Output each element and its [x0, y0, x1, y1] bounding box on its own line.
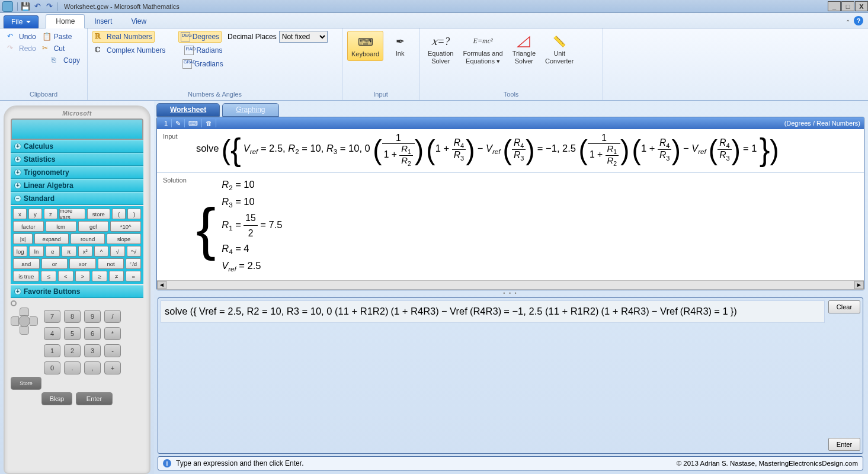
hk-6[interactable]: 6: [84, 327, 101, 340]
key-xor[interactable]: xor: [69, 258, 96, 269]
hk-store[interactable]: Store: [11, 377, 41, 390]
minimize-button[interactable]: _: [828, 1, 841, 11]
hk-0[interactable]: 0: [44, 361, 60, 374]
qat-undo-icon[interactable]: ↶: [33, 2, 42, 11]
hk-sub[interactable]: -: [104, 344, 121, 357]
unit-converter-button[interactable]: 📏 Unit Converter: [542, 31, 577, 67]
key-round[interactable]: round: [71, 233, 105, 244]
hk-bksp[interactable]: Bksp: [41, 392, 72, 405]
key-eq[interactable]: =: [126, 271, 141, 281]
key-pi[interactable]: π: [62, 246, 76, 257]
file-menu[interactable]: File: [4, 15, 39, 28]
key-abs[interactable]: |x|: [13, 233, 33, 244]
copy-button[interactable]: Copy: [49, 55, 82, 66]
hk-3[interactable]: 3: [84, 344, 101, 357]
gradians-button[interactable]: GRADGradians: [180, 58, 226, 70]
key-not[interactable]: not: [98, 258, 124, 269]
key-frac[interactable]: ᶜ/d: [126, 258, 141, 269]
real-numbers-button[interactable]: ℝReal Numbers: [92, 31, 155, 43]
redo-button[interactable]: Redo: [5, 43, 39, 55]
hk-8[interactable]: 8: [64, 310, 81, 323]
degrees-button[interactable]: DEGDegrees: [178, 31, 222, 43]
hk-div[interactable]: /: [104, 310, 121, 323]
tab-worksheet[interactable]: Worksheet: [156, 103, 220, 117]
key-factor[interactable]: factor: [13, 221, 44, 232]
clear-button[interactable]: Clear: [828, 300, 860, 313]
key-istrue[interactable]: is true: [13, 271, 39, 281]
cat-linear-algebra[interactable]: +Linear Algebra: [11, 179, 143, 192]
key-slope[interactable]: slope: [107, 233, 141, 244]
key-lparen[interactable]: (: [112, 209, 126, 219]
undo-button[interactable]: Undo: [5, 31, 39, 43]
keyboard-small-icon[interactable]: ⌨: [185, 119, 202, 127]
key-lt[interactable]: <: [58, 271, 73, 281]
key-e[interactable]: e: [46, 246, 60, 257]
cat-trigonometry[interactable]: +Trigonometry: [11, 166, 143, 179]
delete-icon[interactable]: 🗑: [202, 119, 216, 127]
key-sq[interactable]: x²: [78, 246, 92, 257]
tab-view[interactable]: View: [121, 15, 156, 28]
ink-button[interactable]: ✒ Ink: [387, 31, 413, 61]
expression-input[interactable]: solve ({ Vref = 2.5, R2 = 10, R3 = 10, 0…: [161, 300, 825, 323]
cut-button[interactable]: Cut: [40, 43, 68, 55]
hk-4[interactable]: 4: [44, 327, 60, 340]
tab-home[interactable]: Home: [46, 14, 85, 28]
edit-icon[interactable]: ✎: [172, 119, 185, 127]
power-icon[interactable]: [11, 300, 17, 306]
qat-redo-icon[interactable]: ↷: [44, 2, 54, 11]
key-y[interactable]: y: [28, 209, 42, 219]
enter-button[interactable]: Enter: [828, 438, 860, 451]
hk-dot[interactable]: .: [64, 361, 81, 374]
key-gcf[interactable]: gcf: [78, 221, 109, 232]
hk-mul[interactable]: *: [104, 327, 121, 340]
key-nroot[interactable]: ⁿ√: [127, 246, 141, 257]
key-pow10[interactable]: *10^: [110, 221, 141, 232]
cat-favorites[interactable]: +Favorite Buttons: [11, 285, 143, 298]
maximize-button[interactable]: □: [841, 1, 854, 11]
dpad[interactable]: [11, 308, 38, 335]
hk-1[interactable]: 1: [44, 344, 60, 357]
cat-statistics[interactable]: +Statistics: [11, 153, 143, 166]
key-x[interactable]: x: [13, 209, 27, 219]
key-lcm[interactable]: lcm: [46, 221, 76, 232]
key-gt[interactable]: >: [75, 271, 91, 281]
hk-7[interactable]: 7: [44, 310, 60, 323]
h-scrollbar[interactable]: ◄►: [157, 280, 864, 290]
history-index[interactable]: 1: [161, 119, 172, 127]
complex-numbers-button[interactable]: ℂComplex Numbers: [92, 44, 168, 56]
key-store[interactable]: store: [87, 209, 111, 219]
hk-2[interactable]: 2: [64, 344, 81, 357]
equation-solver-button[interactable]: 𝑥=? Equation Solver: [424, 31, 457, 67]
key-le[interactable]: ≤: [41, 271, 56, 281]
splitter[interactable]: • • •: [156, 290, 864, 296]
key-ln[interactable]: ln: [29, 246, 43, 257]
keyboard-button[interactable]: ⌨ Keyboard: [347, 31, 383, 61]
hk-9[interactable]: 9: [84, 310, 101, 323]
close-button[interactable]: X: [855, 1, 868, 11]
key-pow[interactable]: ^: [94, 246, 108, 257]
hk-5[interactable]: 5: [64, 327, 81, 340]
tab-graphing[interactable]: Graphing: [222, 103, 278, 117]
key-sqrt[interactable]: √: [110, 246, 124, 257]
key-z[interactable]: z: [44, 209, 57, 219]
help-icon[interactable]: ?: [854, 16, 863, 25]
key-or[interactable]: or: [41, 258, 68, 269]
hk-add[interactable]: +: [104, 361, 121, 374]
key-morevars[interactable]: more vars: [59, 209, 85, 219]
paste-button[interactable]: Paste: [40, 31, 75, 43]
triangle-solver-button[interactable]: Triangle Solver: [509, 31, 539, 67]
radians-button[interactable]: RADRadians: [182, 44, 225, 56]
qat-save-icon[interactable]: 💾: [21, 2, 30, 11]
ribbon-minimize-icon[interactable]: ⌃: [845, 19, 850, 25]
key-rparen[interactable]: ): [127, 209, 141, 219]
key-and[interactable]: and: [13, 258, 40, 269]
decimal-places-select[interactable]: Not fixed: [279, 31, 328, 43]
key-expand[interactable]: expand: [34, 233, 69, 244]
cat-calculus[interactable]: +Calculus: [11, 140, 143, 153]
formulas-button[interactable]: E=mc² Formulas and Equations ▾: [459, 31, 506, 67]
key-log[interactable]: log: [13, 246, 27, 257]
hk-enter[interactable]: Enter: [76, 392, 113, 405]
cat-standard[interactable]: −Standard: [11, 192, 143, 205]
key-ne[interactable]: ≠: [109, 271, 124, 281]
tab-insert[interactable]: Insert: [85, 15, 121, 28]
